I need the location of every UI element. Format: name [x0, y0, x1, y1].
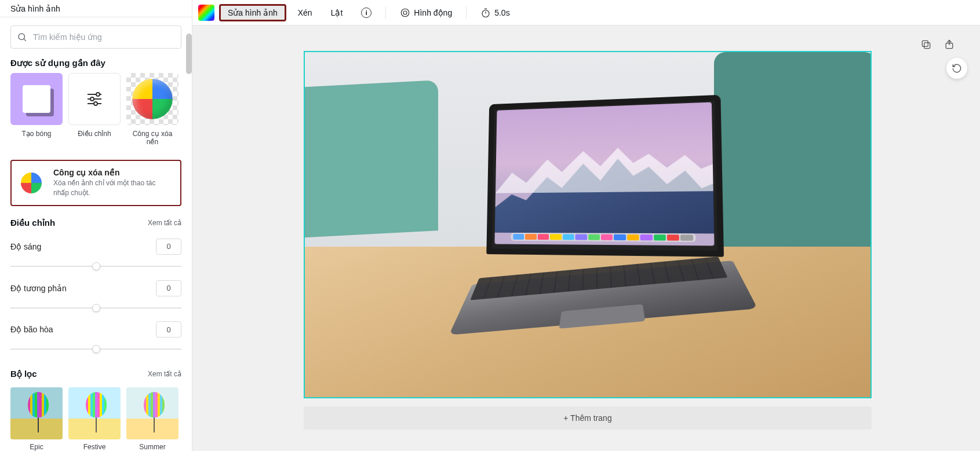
bg-remover-card[interactable]: Công cụ xóa nền Xóa nền ảnh chỉ với một …	[10, 160, 181, 206]
svg-point-0	[19, 34, 25, 40]
recent-tile-shadow[interactable]: Tạo bóng	[10, 73, 63, 146]
sliders-icon	[88, 94, 101, 104]
color-swatch[interactable]	[198, 5, 214, 21]
filter-label: Festive	[83, 443, 106, 451]
refresh-icon	[952, 63, 962, 74]
canvas-stage[interactable]	[304, 51, 872, 398]
search-icon	[17, 32, 27, 42]
saturation-label: Độ bão hòa	[10, 325, 53, 334]
filters-see-all[interactable]: Xem tất cả	[148, 370, 181, 378]
filter-tile-epic[interactable]: Epic	[10, 387, 63, 451]
crop-button[interactable]: Xén	[291, 5, 319, 21]
add-page-button[interactable]: + Thêm trang	[304, 406, 872, 430]
top-toolbar: Sửa hình ảnh Xén Lật i Hình động 5.0s	[192, 0, 980, 25]
stopwatch-icon	[480, 8, 491, 18]
bg-remover-desc: Xóa nền ảnh chỉ với một thao tác nhấp ch…	[53, 178, 172, 198]
filters-heading: Bộ lọc	[10, 369, 37, 379]
animate-icon	[400, 8, 410, 18]
canvas-area: + Thêm trang	[192, 25, 980, 451]
flip-button[interactable]: Lật	[324, 5, 350, 21]
saturation-value[interactable]: 0	[156, 321, 181, 338]
separator	[466, 6, 467, 19]
contrast-slider[interactable]	[10, 302, 181, 310]
contrast-label: Độ tương phản	[10, 284, 67, 293]
panel-title: Sửa hình ảnh	[0, 0, 192, 17]
search-input-wrap[interactable]	[10, 25, 181, 49]
recent-tile-adjust[interactable]: Điều chỉnh	[68, 73, 121, 146]
recent-tile-label: Tạo bóng	[21, 130, 51, 138]
filter-tile-summer[interactable]: Summer	[126, 387, 178, 451]
adjust-see-all[interactable]: Xem tất cả	[148, 219, 181, 227]
contrast-value[interactable]: 0	[156, 280, 181, 296]
svg-point-3	[403, 11, 407, 14]
filter-label: Epic	[30, 443, 43, 451]
duplicate-page-button[interactable]	[919, 37, 934, 52]
brightness-slider[interactable]	[10, 261, 181, 269]
scrollbar[interactable]	[186, 34, 192, 74]
sidebar: Sửa hình ảnh Được sử dụng gần đây Tạo bó…	[0, 0, 192, 451]
duration-button[interactable]: 5.0s	[473, 4, 516, 21]
edit-image-button[interactable]: Sửa hình ảnh	[219, 4, 286, 21]
recent-tile-bgremove[interactable]: Công cụ xóa nền	[126, 73, 178, 146]
bg-remover-title: Công cụ xóa nền	[53, 168, 172, 177]
animate-button[interactable]: Hình động	[393, 4, 459, 21]
info-button[interactable]: i	[354, 4, 378, 21]
search-input[interactable]	[33, 32, 175, 42]
recent-tile-label: Điều chỉnh	[78, 130, 111, 138]
svg-rect-8	[922, 41, 928, 46]
brightness-label: Độ sáng	[10, 242, 41, 251]
recent-heading: Được sử dụng gần đây	[0, 54, 192, 73]
svg-rect-7	[924, 43, 930, 49]
saturation-slider[interactable]	[10, 343, 181, 351]
share-page-button[interactable]	[942, 37, 957, 52]
info-icon: i	[361, 8, 371, 18]
brightness-value[interactable]: 0	[156, 239, 181, 255]
svg-line-1	[24, 39, 25, 41]
adjust-heading: Điều chỉnh	[10, 218, 55, 228]
separator	[385, 6, 386, 19]
selected-image[interactable]	[305, 52, 870, 397]
filter-label: Summer	[139, 443, 165, 451]
refresh-button[interactable]	[946, 58, 967, 79]
beachball-icon	[20, 170, 45, 196]
filter-tile-festive[interactable]: Festive	[68, 387, 121, 451]
svg-point-2	[402, 9, 410, 17]
recent-tile-label: Công cụ xóa nền	[126, 130, 178, 146]
